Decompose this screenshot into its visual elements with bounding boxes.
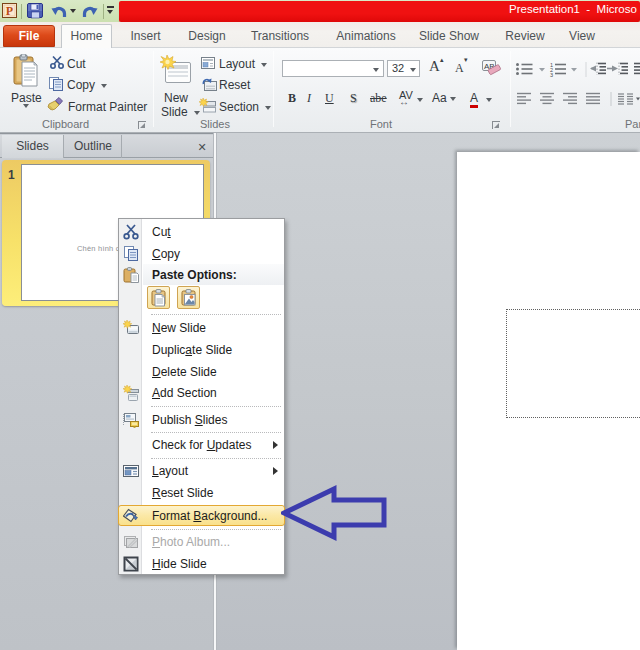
svg-text:3: 3 xyxy=(550,72,553,78)
svg-text:P: P xyxy=(6,4,13,18)
